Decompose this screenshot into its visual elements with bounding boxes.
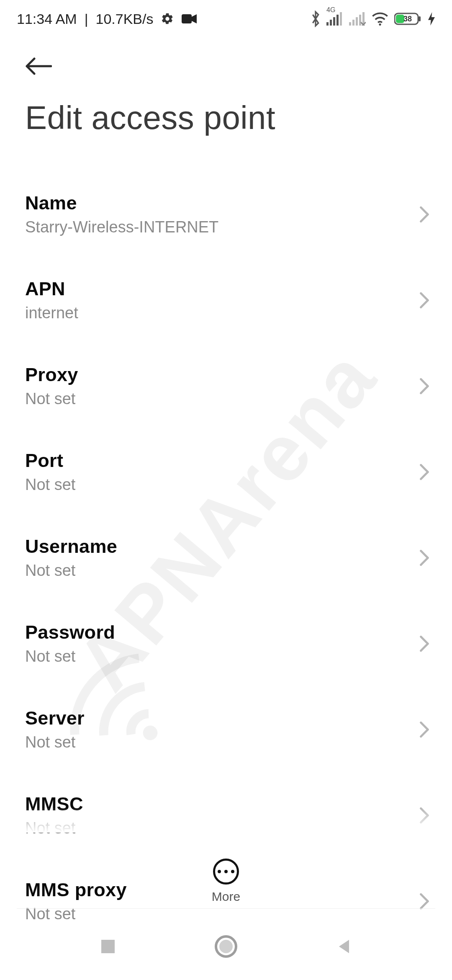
row-value: Not set	[25, 390, 414, 408]
back-button[interactable]	[25, 49, 59, 83]
row-mmsc[interactable]: MMSC Not set	[0, 781, 452, 850]
svg-point-11	[379, 23, 381, 26]
svg-rect-9	[359, 15, 361, 26]
chevron-right-icon	[419, 635, 429, 652]
chevron-right-icon	[419, 464, 429, 480]
page-title: Edit access point	[25, 99, 427, 137]
svg-rect-6	[349, 22, 351, 26]
chevron-right-icon	[419, 292, 429, 309]
row-username[interactable]: Username Not set	[0, 523, 452, 592]
svg-rect-8	[356, 17, 358, 26]
svg-rect-1	[326, 22, 329, 26]
row-value: Starry-Wireless-INTERNET	[25, 218, 414, 236]
chevron-right-icon	[419, 721, 429, 738]
svg-rect-0	[182, 14, 192, 23]
settings-icon	[161, 12, 174, 26]
status-bar: 11:34 AM | 10.7KB/s 4G 38	[0, 0, 452, 38]
settings-list: Name Starry-Wireless-INTERNET APN intern…	[0, 147, 452, 936]
row-label: MMSC	[25, 793, 414, 815]
signal-sim1-icon: 4G	[326, 12, 343, 26]
row-name[interactable]: Name Starry-Wireless-INTERNET	[0, 180, 452, 249]
row-label: Server	[25, 707, 414, 729]
chevron-right-icon	[419, 206, 429, 223]
row-label: APN	[25, 278, 414, 300]
signal-sim2-icon	[349, 12, 366, 26]
svg-rect-5	[340, 12, 342, 26]
status-divider: |	[85, 11, 88, 27]
svg-rect-13	[396, 15, 404, 23]
chevron-right-icon	[419, 549, 429, 566]
svg-point-18	[219, 940, 233, 953]
svg-rect-14	[419, 16, 421, 21]
row-label: Username	[25, 536, 414, 557]
chevron-right-icon	[419, 378, 429, 395]
row-label: Name	[25, 192, 414, 214]
svg-rect-16	[101, 940, 115, 953]
bluetooth-icon	[311, 10, 321, 27]
svg-rect-4	[336, 15, 339, 26]
battery-pct: 38	[403, 15, 412, 23]
battery-icon: 38	[394, 12, 422, 26]
row-proxy[interactable]: Proxy Not set	[0, 351, 452, 420]
row-password[interactable]: Password Not set	[0, 609, 452, 678]
system-nav-bar	[0, 913, 452, 980]
row-value: internet	[25, 304, 414, 322]
divider	[17, 908, 435, 909]
status-time: 11:34 AM	[17, 11, 77, 27]
network-type-label: 4G	[326, 6, 335, 14]
row-value: Not set	[25, 733, 414, 751]
svg-rect-2	[330, 20, 332, 26]
row-value: Not set	[25, 562, 414, 580]
row-label: Proxy	[25, 364, 414, 386]
row-value: Not set	[25, 819, 414, 837]
row-apn[interactable]: APN internet	[0, 266, 452, 335]
row-port[interactable]: Port Not set	[0, 437, 452, 506]
row-label: Port	[25, 450, 414, 472]
charging-icon	[428, 12, 435, 26]
svg-rect-3	[333, 17, 335, 26]
header: Edit access point	[0, 38, 452, 147]
chevron-right-icon	[419, 807, 429, 824]
camera-icon	[182, 13, 197, 24]
status-net-speed: 10.7KB/s	[96, 11, 154, 27]
row-server[interactable]: Server Not set	[0, 695, 452, 764]
nav-back-button[interactable]	[335, 937, 353, 956]
svg-rect-7	[352, 20, 354, 26]
nav-home-button[interactable]	[214, 935, 238, 958]
more-label: More	[212, 890, 240, 904]
more-icon	[213, 859, 239, 885]
row-label: Password	[25, 622, 414, 643]
more-menu[interactable]: More	[0, 859, 452, 904]
row-value: Not set	[25, 647, 414, 665]
wifi-icon	[372, 12, 388, 26]
row-value: Not set	[25, 476, 414, 494]
nav-recent-button[interactable]	[99, 937, 117, 956]
